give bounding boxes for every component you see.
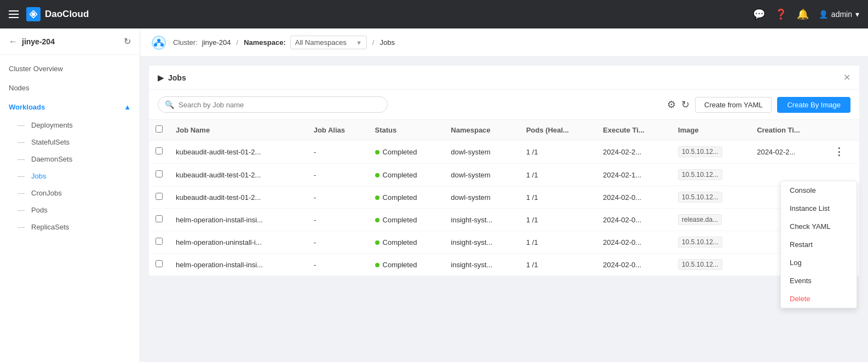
job-status: Completed	[369, 186, 445, 209]
create-by-image-button[interactable]: Create By Image	[777, 97, 850, 113]
namespace-chevron-icon: ▼	[356, 39, 362, 46]
settings-icon[interactable]: ⚙	[667, 99, 676, 111]
sidebar-item-jobs[interactable]: — Jobs	[0, 168, 140, 185]
user-menu[interactable]: 👤 admin ▾	[819, 10, 859, 19]
panel-title-label: Jobs	[168, 73, 186, 82]
chat-icon[interactable]: 💬	[753, 8, 765, 20]
topnav-right: 💬 ❓ 🔔 👤 admin ▾	[753, 8, 859, 20]
row-checkbox[interactable]	[156, 260, 163, 267]
refresh-table-icon[interactable]: ↻	[681, 99, 689, 111]
job-image: 10.5.10.12...	[671, 140, 750, 164]
workloads-chevron-icon: ▲	[124, 103, 131, 111]
help-icon[interactable]: ❓	[775, 8, 787, 20]
header-execute-time: Execute Ti...	[596, 120, 671, 140]
sidebar-item-cronjobs[interactable]: — CronJobs	[0, 185, 140, 202]
context-menu-check-yaml[interactable]: Check YAML	[781, 217, 856, 235]
sidebar-item-label: Pods	[31, 206, 48, 214]
jobs-table: Job Name Job Alias Status Namespace Pods…	[149, 120, 859, 276]
row-checkbox[interactable]	[156, 238, 163, 245]
sidebar-item-nodes[interactable]: Nodes	[0, 78, 140, 97]
sidebar-item-cluster-overview[interactable]: Cluster Overview	[0, 59, 140, 78]
job-namespace: insight-syst...	[444, 209, 519, 231]
job-alias: -	[307, 186, 369, 209]
job-pods: 1 /1	[520, 186, 596, 209]
back-arrow-icon[interactable]: ←	[9, 37, 18, 47]
sidebar-item-label: Jobs	[31, 172, 46, 180]
panel-title-container[interactable]: ▶ Jobs	[158, 73, 186, 82]
breadcrumb: Cluster: jinye-204 / Namespace: All Name…	[140, 28, 868, 57]
row-checkbox[interactable]	[156, 147, 163, 154]
menu-icon[interactable]	[9, 10, 19, 18]
namespace-selector[interactable]: All Namespaces ▼	[290, 36, 367, 49]
cluster-value: jinye-204	[202, 38, 231, 47]
sidebar: ← jinye-204 ↻ Cluster Overview Nodes Wor…	[0, 28, 140, 362]
row-checkbox[interactable]	[156, 215, 163, 222]
logo: DaoCloud	[26, 7, 89, 21]
job-alias: -	[307, 231, 369, 254]
user-name: admin	[831, 10, 852, 19]
job-name: helm-operation-install-insi...	[169, 254, 307, 276]
cluster-name-label: jinye-204	[22, 37, 55, 46]
job-namespace: dowl-system	[444, 164, 519, 186]
user-chevron-icon: ▾	[855, 10, 859, 19]
table-row: kubeaudit-audit-test-01-2... - Completed…	[149, 164, 859, 186]
logo-text: DaoCloud	[45, 9, 89, 20]
job-execute-time: 2024-02-2...	[596, 140, 671, 164]
job-image: 10.5.10.12...	[671, 254, 750, 276]
job-actions[interactable]: ⋮	[827, 140, 859, 164]
table-row: helm-operation-install-insi... - Complet…	[149, 209, 859, 231]
job-alias: -	[307, 254, 369, 276]
table-row: kubeaudit-audit-test-01-2... - Completed…	[149, 186, 859, 209]
svg-point-2	[152, 36, 165, 49]
dash-icon: —	[18, 206, 25, 214]
context-menu-instance-list[interactable]: Instance List	[781, 199, 856, 217]
breadcrumb-sep-2: /	[372, 38, 375, 47]
dash-icon: —	[18, 138, 25, 146]
job-status: Completed	[369, 164, 445, 186]
bell-icon[interactable]: 🔔	[797, 8, 809, 20]
context-menu-delete[interactable]: Delete	[781, 290, 856, 308]
job-pods: 1 /1	[520, 140, 596, 164]
sidebar-item-pods[interactable]: — Pods	[0, 202, 140, 219]
topnav: DaoCloud 💬 ❓ 🔔 👤 admin ▾	[0, 0, 868, 28]
table-row: helm-operation-uninstall-i... - Complete…	[149, 231, 859, 254]
header-namespace: Namespace	[444, 120, 519, 140]
sidebar-item-replicasets[interactable]: — ReplicaSets	[0, 219, 140, 235]
namespace-value: All Namespaces	[295, 38, 353, 47]
breadcrumb-sep-1: /	[237, 38, 239, 47]
job-namespace: insight-syst...	[444, 254, 519, 276]
refresh-icon[interactable]: ↻	[124, 36, 131, 47]
row-checkbox[interactable]	[156, 193, 163, 200]
sidebar-item-daemonsets[interactable]: — DaemonSets	[0, 151, 140, 168]
job-namespace: dowl-system	[444, 186, 519, 209]
sidebar-item-statefulsets[interactable]: — StatefulSets	[0, 134, 140, 151]
row-checkbox[interactable]	[156, 170, 163, 177]
cluster-icon	[151, 35, 166, 50]
header-pods: Pods (Heal...	[520, 120, 596, 140]
panel-close-icon[interactable]: ✕	[843, 72, 850, 83]
header-job-name: Job Name	[169, 120, 307, 140]
job-name: kubeaudit-audit-test-01-2...	[169, 140, 307, 164]
job-alias: -	[307, 140, 369, 164]
dash-icon: —	[18, 121, 25, 129]
panel-header: ▶ Jobs ✕	[149, 66, 859, 90]
toolbar: 🔍 ⚙ ↻ Create from YAML Create By Image	[149, 90, 859, 120]
svg-point-3	[157, 39, 160, 42]
context-menu-console[interactable]: Console	[781, 181, 856, 199]
sidebar-item-label: ReplicaSets	[31, 223, 69, 231]
sidebar-header: ← jinye-204 ↻	[0, 28, 140, 55]
context-menu: Console Instance List Check YAML Restart…	[780, 181, 857, 308]
job-name: helm-operation-uninstall-i...	[169, 231, 307, 254]
sidebar-item-deployments[interactable]: — Deployments	[0, 117, 140, 134]
job-status: Completed	[369, 254, 445, 276]
header-creation-time: Creation Ti...	[750, 120, 827, 140]
row-action-menu-icon[interactable]: ⋮	[834, 146, 844, 157]
context-menu-restart[interactable]: Restart	[781, 235, 856, 254]
svg-point-5	[160, 43, 164, 47]
create-from-yaml-button[interactable]: Create from YAML	[695, 97, 772, 113]
sidebar-item-workloads[interactable]: Workloads ▲	[0, 97, 140, 117]
context-menu-log[interactable]: Log	[781, 254, 856, 272]
context-menu-events[interactable]: Events	[781, 272, 856, 290]
select-all-checkbox[interactable]	[156, 125, 163, 133]
search-input[interactable]	[179, 101, 381, 109]
